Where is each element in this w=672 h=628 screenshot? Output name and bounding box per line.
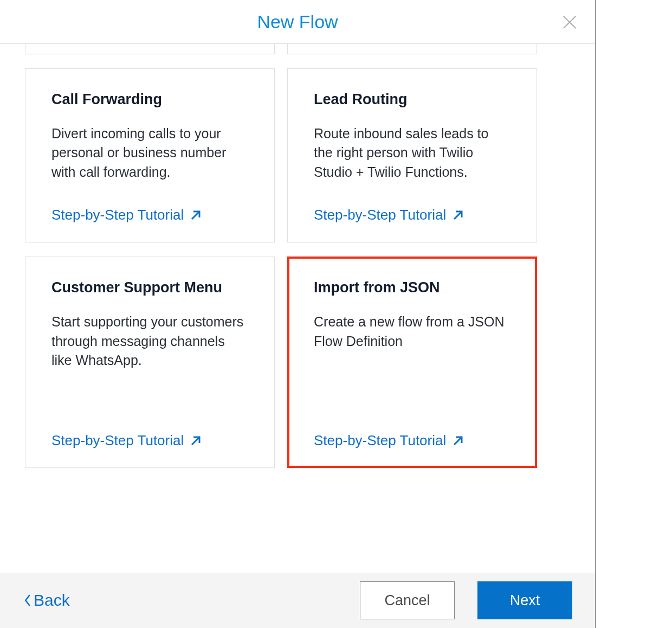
back-button[interactable]: Back (23, 591, 70, 610)
tutorial-link-label: Step-by-Step Tutorial (51, 207, 184, 223)
next-button[interactable]: Next (477, 581, 572, 619)
card-title: Import from JSON (314, 279, 511, 297)
close-button[interactable] (560, 13, 579, 31)
cancel-button[interactable]: Cancel (360, 581, 455, 619)
template-card-call-forwarding[interactable]: Call Forwarding Divert incoming calls to… (25, 68, 275, 242)
template-grid: Step-by-Step Tutorial Step-by-Step Tutor… (25, 44, 570, 468)
template-card-import-from-json[interactable]: Import from JSON Create a new flow from … (287, 257, 537, 468)
card-description: Route inbound sales leads to the right p… (314, 124, 511, 182)
tutorial-link[interactable]: Step-by-Step Tutorial (51, 207, 248, 223)
dialog-footer: Back Cancel Next (0, 573, 595, 628)
card-title: Lead Routing (314, 91, 511, 109)
svg-line-7 (454, 437, 462, 445)
dialog-title: New Flow (257, 11, 338, 33)
card-description: Create a new flow from a JSON Flow Defin… (314, 312, 511, 407)
template-card-partial-right[interactable]: Step-by-Step Tutorial (287, 44, 537, 54)
close-icon (560, 13, 579, 31)
card-title: Customer Support Menu (51, 279, 248, 297)
template-card-customer-support-menu[interactable]: Customer Support Menu Start supporting y… (25, 257, 275, 468)
external-link-icon (189, 434, 202, 447)
tutorial-link-label: Step-by-Step Tutorial (314, 432, 446, 449)
external-link-icon (451, 434, 464, 447)
tutorial-link-label: Step-by-Step Tutorial (51, 432, 184, 449)
svg-line-6 (192, 437, 199, 445)
external-link-icon (451, 209, 464, 222)
new-flow-dialog: New Flow Step-by-Step Tutorial Step-by-S… (0, 0, 596, 628)
tutorial-link-label: Step-by-Step Tutorial (314, 207, 446, 223)
dialog-header: New Flow (0, 0, 595, 44)
tutorial-link[interactable]: Step-by-Step Tutorial (314, 432, 511, 449)
tutorial-link[interactable]: Step-by-Step Tutorial (51, 432, 248, 449)
svg-line-4 (192, 212, 199, 219)
dialog-body: Step-by-Step Tutorial Step-by-Step Tutor… (0, 44, 595, 573)
external-link-icon (189, 209, 202, 222)
card-title: Call Forwarding (51, 91, 248, 109)
template-card-partial-left[interactable]: Step-by-Step Tutorial (25, 44, 275, 54)
svg-line-5 (454, 212, 462, 219)
template-card-lead-routing[interactable]: Lead Routing Route inbound sales leads t… (287, 68, 537, 242)
tutorial-link[interactable]: Step-by-Step Tutorial (314, 207, 511, 223)
card-description: Divert incoming calls to your personal o… (51, 124, 248, 182)
card-description: Start supporting your customers through … (51, 312, 248, 407)
chevron-left-icon (23, 592, 33, 608)
back-label: Back (34, 591, 70, 610)
